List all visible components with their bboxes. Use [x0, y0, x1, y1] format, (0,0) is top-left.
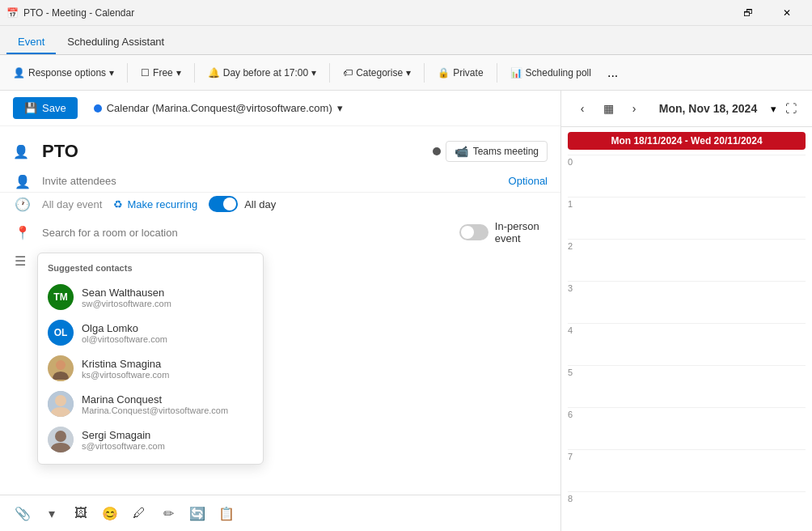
- toolbar-separator-3: [329, 63, 330, 83]
- cal-title-chevron: ▾: [771, 103, 776, 115]
- tab-event[interactable]: Event: [6, 31, 56, 54]
- title-row: 👤 PTO 📹 Teams meeting: [0, 133, 560, 170]
- attach-button[interactable]: 📎: [10, 500, 36, 526]
- time-slot-6: 6: [568, 407, 806, 449]
- more-button[interactable]: ...: [601, 62, 624, 83]
- cal-expand-button[interactable]: ⛶: [780, 97, 802, 120]
- contact-email-sg: s@virtosoftware.com: [82, 441, 165, 451]
- response-options-button[interactable]: 👤 Response options ▾: [6, 64, 121, 82]
- response-options-chevron: ▾: [109, 67, 114, 79]
- make-recurring-button[interactable]: ♻ Make recurring: [108, 197, 202, 212]
- loop-button[interactable]: 🔄: [184, 500, 210, 526]
- calendar-chevron: ▾: [337, 102, 343, 114]
- draw-button[interactable]: 🖊: [126, 500, 152, 526]
- contact-name-sg: Sergi Smagain: [82, 429, 165, 441]
- time-slot-5: 5: [568, 365, 806, 407]
- emoji-button[interactable]: 😊: [97, 500, 123, 526]
- calendar-title[interactable]: Mon, Nov 18, 2024: [649, 102, 768, 115]
- time-label-5: 5: [568, 366, 596, 377]
- teams-icon: 📹: [455, 145, 468, 158]
- contact-item-tm[interactable]: TM Sean Walthausen sw@virtosoftware.com: [38, 279, 263, 315]
- time-slot-2: 2: [568, 239, 806, 281]
- contact-item-ol[interactable]: OL Olga Lomko ol@virtosoftware.com: [38, 315, 263, 350]
- save-button[interactable]: 💾 Save: [13, 97, 78, 119]
- main-layout: 💾 Save Calendar (Marina.Conquest@virtoso…: [0, 91, 812, 531]
- categorise-button[interactable]: 🏷 Categorise ▾: [336, 64, 417, 82]
- invite-row: 👤 Optional: [0, 170, 560, 193]
- notes-icon: ☰: [15, 253, 26, 269]
- close-button[interactable]: ✕: [768, 0, 806, 26]
- pen-button[interactable]: ✏: [155, 500, 181, 526]
- all-day-toggle[interactable]: [209, 196, 238, 212]
- cal-grid-button[interactable]: ▦: [597, 97, 620, 120]
- left-panel: 💾 Save Calendar (Marina.Conquest@virtoso…: [0, 91, 561, 531]
- contact-email-mc: Marina.Conquest@virtosoftware.com: [82, 406, 228, 415]
- contact-info-mc: Marina Conquest Marina.Conquest@virtosof…: [82, 393, 228, 415]
- people-icon: 👤: [13, 144, 29, 159]
- contact-item-sg[interactable]: Sergi Smagain s@virtosoftware.com: [38, 422, 263, 457]
- time-slot-8: 8: [568, 491, 806, 531]
- teams-label: Teams meeting: [473, 146, 539, 157]
- time-label-0: 0: [568, 155, 596, 167]
- day-before-button[interactable]: 🔔 Day before at 17:00 ▾: [201, 64, 323, 82]
- svg-point-2: [56, 360, 66, 370]
- window-title: PTO - Meeting - Calendar: [23, 7, 134, 19]
- suggested-contacts-dropdown: Suggested contacts TM Sean Walthausen sw…: [37, 253, 264, 465]
- attach-chevron-button[interactable]: ▾: [39, 500, 65, 526]
- calendar-header: ‹ ▦ › Mon, Nov 18, 2024 ▾ ⛶: [561, 91, 812, 127]
- contact-info-tm: Sean Walthausen sw@virtosoftware.com: [82, 287, 171, 308]
- image-button[interactable]: 🖼: [68, 500, 94, 526]
- forms-button[interactable]: 📋: [214, 500, 239, 526]
- free-button[interactable]: ☐ Free ▾: [134, 64, 188, 82]
- teams-meeting-button[interactable]: 📹 Teams meeting: [446, 141, 548, 162]
- contact-item-ks[interactable]: Kristina Smagina ks@virtosoftware.com: [38, 350, 263, 386]
- response-options-label: Response options: [28, 67, 106, 79]
- private-label: Private: [453, 67, 483, 79]
- contact-email-ol: ol@virtosoftware.com: [82, 334, 167, 344]
- scheduling-poll-button[interactable]: 📊 Scheduling poll: [504, 64, 598, 82]
- inperson-toggle-switch[interactable]: [459, 224, 488, 240]
- tab-bar: Event Scheduling Assistant: [0, 26, 812, 55]
- cal-prev-button[interactable]: ‹: [571, 97, 594, 120]
- contact-name-ks: Kristina Smagina: [82, 358, 169, 370]
- inperson-toggle: In-person event: [459, 220, 548, 244]
- invite-input[interactable]: [42, 175, 502, 187]
- response-options-icon: 👤: [13, 67, 25, 79]
- calendar-dot: [94, 104, 102, 113]
- toolbar-separator-4: [424, 63, 425, 83]
- day-before-label: Day before at 17:00: [223, 67, 308, 79]
- tab-scheduling-assistant[interactable]: Scheduling Assistant: [56, 31, 176, 54]
- bottom-toolbar: 📎 ▾ 🖼 😊 🖊 ✏ 🔄 📋: [0, 495, 560, 531]
- private-button[interactable]: 🔒 Private: [431, 64, 489, 82]
- time-label-3: 3: [568, 282, 596, 293]
- free-label: Free: [153, 67, 173, 79]
- emoji-icon: 😊: [102, 506, 118, 521]
- suggested-contacts-title: Suggested contacts: [38, 260, 263, 279]
- event-title-input[interactable]: PTO: [13, 138, 426, 165]
- cal-next-button[interactable]: ›: [623, 97, 645, 120]
- right-panel: ‹ ▦ › Mon, Nov 18, 2024 ▾ ⛶ Mon 18/11/20…: [561, 91, 812, 531]
- contact-item-mc[interactable]: Marina Conquest Marina.Conquest@virtosof…: [38, 386, 263, 422]
- tag-icon: 🏷: [343, 67, 353, 79]
- restore-button[interactable]: 🗗: [730, 0, 767, 26]
- location-icon: 📍: [15, 225, 31, 240]
- time-row: 🕐 All day event ♻ Make recurring All day: [0, 193, 560, 215]
- day-before-chevron: ▾: [311, 67, 316, 79]
- title-bar-title: 📅 PTO - Meeting - Calendar: [6, 7, 134, 19]
- contact-email-tm: sw@virtosoftware.com: [82, 299, 171, 308]
- location-input[interactable]: [42, 227, 453, 239]
- time-slot-4: 4: [568, 323, 806, 365]
- time-label-8: 8: [568, 492, 596, 503]
- event-header: 💾 Save Calendar (Marina.Conquest@virtoso…: [0, 91, 560, 126]
- save-label: Save: [42, 102, 66, 114]
- bell-icon: 🔔: [208, 67, 220, 79]
- time-label-2: 2: [568, 240, 596, 251]
- calendar-selector[interactable]: Calendar (Marina.Conquest@virtosoftware.…: [94, 102, 343, 114]
- event-highlight-bar: Mon 18/11/2024 - Wed 20/11/2024: [568, 132, 806, 150]
- recurring-icon: ♻: [113, 198, 123, 210]
- contact-info-sg: Sergi Smagain s@virtosoftware.com: [82, 429, 165, 451]
- clock-icon: 🕐: [15, 197, 31, 212]
- optional-link[interactable]: Optional: [509, 175, 548, 187]
- time-slot-0: 0: [568, 155, 806, 197]
- free-chevron: ▾: [176, 67, 181, 79]
